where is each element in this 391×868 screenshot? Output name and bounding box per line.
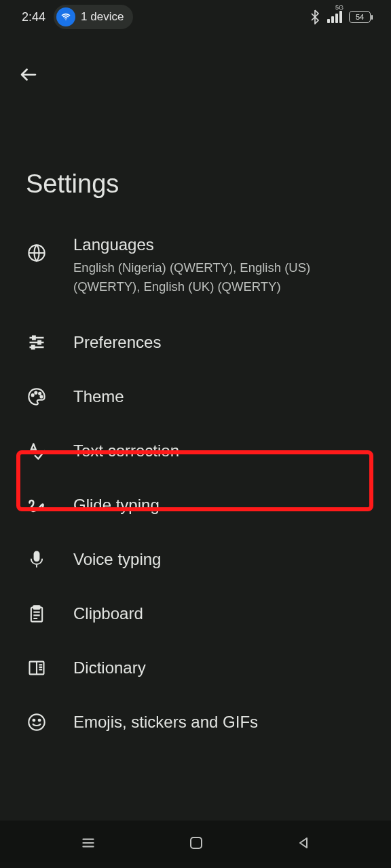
svg-point-5 [32,394,34,396]
device-count-label: 1 device [81,10,124,24]
menu-item-emoji[interactable]: Emojis, stickers and GIFs [0,695,391,749]
connected-device-pill[interactable]: 1 device [54,5,133,29]
nav-back-button[interactable] [295,835,312,854]
svg-point-6 [35,391,37,393]
menu-item-theme[interactable]: Theme [0,370,391,424]
svg-point-8 [40,395,42,397]
sliders-icon [26,333,48,352]
menu-item-languages[interactable]: Languages English (Nigeria) (QWERTY), En… [0,226,391,315]
menu-item-preferences[interactable]: Preferences [0,315,391,370]
squiggle-icon [26,496,48,515]
battery-icon: 54 [349,11,371,23]
nav-recents-button[interactable] [79,834,97,854]
status-left: 2:44 1 device [22,5,133,29]
menu-label: Dictionary [73,658,146,677]
status-bar: 2:44 1 device 5G 54 [0,0,391,34]
nav-home-button[interactable] [188,835,204,854]
svg-point-15 [39,719,41,721]
wifi-share-icon [56,7,75,26]
svg-rect-4 [32,345,35,349]
settings-list: Languages English (Nigeria) (QWERTY), En… [0,226,391,749]
clipboard-icon [26,604,48,623]
svg-rect-3 [38,340,41,344]
arrow-left-icon [18,64,39,85]
menu-sublabel: English (Nigeria) (QWERTY), English (US)… [73,258,365,296]
menu-label: Theme [73,387,124,406]
svg-point-13 [29,714,44,730]
bluetooth-icon [310,9,320,24]
clock: 2:44 [22,10,45,24]
back-button[interactable] [15,61,42,88]
text-check-icon [26,441,48,460]
menu-label: Glide typing [73,496,160,515]
toolbar [0,34,391,95]
menu-label: Clipboard [73,604,143,623]
status-right: 5G 54 [310,9,371,24]
svg-rect-11 [33,606,39,609]
svg-point-14 [33,719,35,721]
menu-item-clipboard[interactable]: Clipboard [0,587,391,641]
mic-icon [26,550,48,569]
menu-item-voice-typing[interactable]: Voice typing [0,532,391,587]
menu-label: Preferences [73,333,161,352]
menu-lines-icon [79,834,97,852]
page-title: Settings [0,95,391,226]
menu-label: Voice typing [73,550,161,569]
svg-point-0 [65,19,66,20]
square-icon [188,835,204,851]
menu-item-glide-typing[interactable]: Glide typing [0,478,391,532]
signal-icon: 5G [327,11,342,23]
svg-rect-9 [35,551,39,561]
svg-point-7 [39,392,41,394]
svg-rect-2 [33,336,35,339]
globe-icon [26,243,48,262]
book-icon [26,658,48,677]
menu-label: Text correction [73,441,179,460]
menu-label: Languages [73,235,365,254]
menu-label: Emojis, stickers and GIFs [73,713,258,732]
svg-rect-16 [191,837,202,848]
palette-icon [26,387,48,406]
smiley-icon [26,713,48,732]
menu-item-dictionary[interactable]: Dictionary [0,641,391,695]
triangle-left-icon [295,835,312,851]
nav-bar [0,821,391,868]
menu-item-text-correction[interactable]: Text correction [0,424,391,478]
